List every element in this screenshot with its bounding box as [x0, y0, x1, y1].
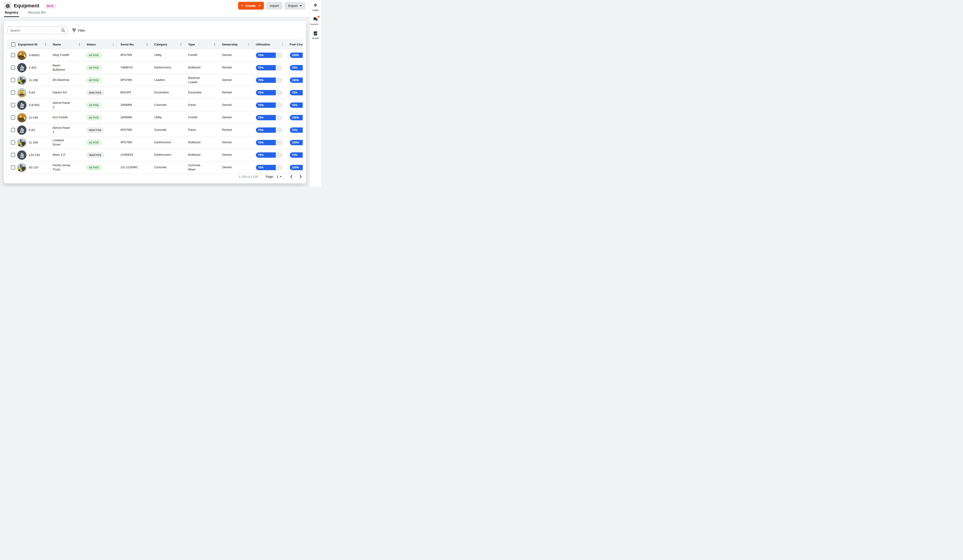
column-header-utilization[interactable]: Utilization [252, 40, 286, 49]
utilization-bar-value: 75% [258, 154, 264, 157]
utilization-bar: 75% [256, 65, 282, 70]
table-row[interactable]: 123-234Mixer 2.0INACTIVE123RE63Earthmove… [7, 149, 303, 161]
equipment-type: Bulldozer [185, 62, 219, 74]
equipment-name: Detroit Paver 1 [49, 124, 83, 136]
equipment-type: Forklift [185, 49, 219, 61]
fuel-costs-bar: 100% [290, 165, 303, 170]
equipment-photo-avatar [17, 113, 26, 122]
previous-page-button[interactable] [289, 175, 293, 179]
table-row[interactable]: 11-198Evo ForkliftACTIVEJI456M9UtilityFo… [7, 112, 303, 124]
equipment-name: Evo Forklift [49, 112, 83, 124]
utilization-bar-value: 75% [258, 79, 264, 82]
page-select[interactable]: 1 [277, 175, 282, 178]
column-header-serial-no-[interactable]: Serial No. [117, 40, 151, 49]
fuel-costs-bar: 75% [290, 90, 303, 95]
row-checkbox[interactable] [11, 165, 15, 170]
row-checkbox[interactable] [11, 140, 15, 144]
row-checkbox[interactable] [11, 65, 15, 70]
category: Excavation [151, 86, 185, 99]
row-checkbox[interactable] [11, 128, 15, 132]
row-checkbox[interactable] [11, 115, 15, 120]
search-input[interactable] [7, 26, 68, 34]
column-label: Fuel Costs [290, 43, 303, 46]
equipment-id: 5-83 [29, 128, 35, 132]
serial-number: Y98MYO [117, 62, 151, 74]
table-header-row: Equipment IDNameStatusSerial No.Category… [7, 40, 303, 49]
column-label: Type [188, 43, 214, 46]
create-button[interactable]: + Create [238, 2, 264, 10]
row-checkbox[interactable] [11, 91, 15, 95]
column-menu-icon[interactable] [44, 42, 47, 47]
column-header-type[interactable]: Type [185, 40, 219, 49]
rail-item-label: Copilot [312, 9, 319, 11]
column-label: Status [87, 43, 112, 46]
row-checkbox[interactable] [11, 53, 15, 57]
category: Earthmovers [151, 136, 185, 149]
column-menu-icon[interactable] [180, 42, 182, 47]
equipment-type: Concrete Mixer [185, 161, 219, 173]
table-row[interactable]: 5-83Dayton EXINACTIVEBN234TExcavationExc… [7, 86, 303, 99]
category: Earthmovers [151, 149, 185, 161]
equipment-type: Paver [185, 124, 219, 136]
topbar: Equipment BETA + Create Import Export Re… [0, 0, 310, 17]
filter-icon [72, 29, 76, 32]
column-header-category[interactable]: Category [151, 40, 185, 49]
column-menu-icon[interactable] [112, 42, 115, 47]
column-header-status[interactable]: Status [83, 40, 117, 49]
column-header-ownership[interactable]: Ownership [219, 40, 252, 49]
equipment-type-icon [17, 151, 26, 160]
row-checkbox[interactable] [11, 103, 15, 107]
category: Utility [151, 112, 185, 124]
equipment-id: 5-83 [29, 91, 35, 94]
table-row[interactable]: 3-87451Detroit Paver 2ACTIVEJI456M9Concr… [7, 99, 303, 112]
utilization-bar-value: 75% [258, 116, 264, 119]
table-row[interactable]: 5-83Detroit Paver 1INACTIVE4PO78NConcret… [7, 124, 303, 136]
column-menu-icon[interactable] [78, 42, 81, 47]
tab-registry[interactable]: Registry [4, 10, 19, 17]
serial-number: 4PO78N [117, 49, 151, 61]
fuel-costs-bar-value: 75% [292, 128, 297, 132]
rail-item-conversa[interactable]: Conversa… [310, 17, 321, 25]
column-header-name[interactable]: Name [49, 40, 83, 49]
category: Concrete [151, 124, 185, 136]
utilization-bar-value: 75% [258, 66, 264, 69]
column-menu-icon[interactable] [281, 42, 284, 47]
table-row[interactable]: 2-301Bears BulldozerACTIVEY98MYOEarthmov… [7, 62, 303, 74]
row-checkbox[interactable] [11, 78, 15, 82]
next-page-button[interactable] [299, 175, 303, 179]
column-menu-icon[interactable] [146, 42, 148, 47]
column-menu-icon[interactable] [248, 42, 250, 47]
ownership: Owned [219, 112, 252, 124]
column-menu-icon[interactable] [214, 42, 216, 47]
chevron-down-icon [259, 5, 261, 6]
main-area: Filter Equipment IDNameStatusSerial No.C… [0, 17, 310, 187]
table-row[interactable]: 11-198BX-BackhoeACTIVE4PO78NLoadersBackh… [7, 74, 303, 86]
table-row[interactable]: 43-120Pacific Dump TruckACTIVE111-112456… [7, 161, 303, 174]
column-header-equipment-id[interactable]: Equipment ID [8, 40, 49, 49]
page-label: Page: [266, 175, 274, 178]
rail-item-copilot[interactable]: Copilot [310, 3, 321, 11]
select-all-checkbox[interactable] [11, 42, 15, 47]
equipment-photo [17, 113, 26, 122]
utilization-bar: 75% [256, 152, 282, 158]
ownership: Owned [219, 74, 252, 86]
column-label: Utilization [256, 43, 281, 46]
row-checkbox[interactable] [11, 153, 15, 157]
import-button[interactable]: Import [266, 2, 282, 10]
utilization-bar: 75% [256, 78, 282, 83]
filter-button[interactable]: Filter [72, 29, 85, 32]
category: Loaders [151, 74, 185, 86]
equipment-id: 3-88451 [29, 53, 40, 57]
table-row[interactable]: 3-88451Alloy ForkliftACTIVE4PO78NUtility… [7, 49, 303, 62]
column-header-fuel-costs[interactable]: Fuel Costs [286, 40, 303, 49]
equipment-name: Detroit Paver 2 [49, 99, 83, 111]
equipment-type: Backhoe Loader [185, 74, 219, 86]
status-badge: ACTIVE [86, 78, 101, 83]
rail-item-kickoff[interactable]: Kickoff [310, 31, 321, 39]
tab-recycle-bin[interactable]: Recycle Bin [27, 10, 47, 17]
utilization-bar: 75% [256, 53, 282, 58]
pagination: 1-150 of 1,376 Page: 1 [239, 173, 303, 181]
equipment-icon-avatar [17, 151, 26, 160]
export-button[interactable]: Export [285, 2, 305, 10]
table-row[interactable]: 11-199Lowland DozerACTIVE4PO78NEarthmove… [7, 136, 303, 149]
